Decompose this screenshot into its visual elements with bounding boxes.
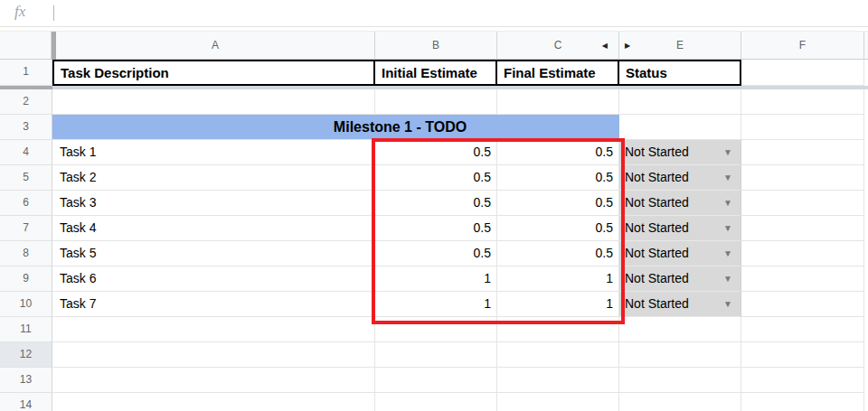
cell-status-header[interactable]: Status — [618, 60, 741, 86]
column-header-f[interactable]: F — [741, 32, 864, 60]
cell-empty[interactable] — [497, 368, 619, 393]
cell-task-name[interactable]: Task 1 — [52, 140, 375, 165]
cell-task-name[interactable]: Task 3 — [52, 191, 375, 216]
dropdown-arrow-icon[interactable]: ▼ — [723, 266, 732, 291]
dropdown-arrow-icon[interactable]: ▼ — [723, 140, 732, 164]
cell-empty[interactable] — [741, 89, 864, 115]
cell-empty[interactable] — [741, 216, 864, 241]
dropdown-arrow-icon[interactable]: ▼ — [723, 165, 732, 190]
cell-initial-estimate-header[interactable]: Initial Estimate — [373, 60, 497, 86]
column-header-c[interactable]: C ◀ — [497, 32, 619, 60]
cell-final-estimate-header[interactable]: Final Estimate — [495, 60, 619, 86]
row-header-3[interactable]: 3 — [0, 115, 52, 140]
cell-empty[interactable] — [52, 368, 375, 393]
cell-empty[interactable] — [52, 89, 375, 115]
cell-empty[interactable] — [619, 393, 741, 411]
cell-final-estimate[interactable]: 0.5 — [497, 241, 619, 266]
row-header-12[interactable]: 12 — [0, 342, 52, 368]
cell-status-dropdown[interactable]: Not Started ▼ — [619, 266, 741, 292]
cell-final-estimate[interactable]: 1 — [497, 292, 619, 317]
cell-empty[interactable] — [741, 393, 864, 411]
row-header-14[interactable]: 14 — [0, 393, 52, 411]
cell-status-dropdown[interactable]: Not Started ▼ — [619, 165, 741, 191]
select-all-corner[interactable] — [0, 32, 52, 60]
cell-status-dropdown[interactable]: Not Started ▼ — [619, 140, 741, 165]
cell-empty[interactable] — [497, 393, 619, 411]
cell-final-estimate[interactable]: 0.5 — [497, 140, 619, 165]
row-header-5[interactable]: 5 — [0, 165, 52, 191]
cell-empty[interactable] — [497, 342, 619, 368]
cell-status-dropdown[interactable]: Not Started ▼ — [619, 292, 741, 317]
cell-initial-estimate[interactable]: 1 — [375, 292, 497, 317]
dropdown-arrow-icon[interactable]: ▼ — [723, 241, 732, 266]
row-header-4[interactable]: 4 — [0, 140, 52, 165]
cell-empty[interactable] — [741, 165, 864, 191]
cell-status-dropdown[interactable]: Not Started ▼ — [619, 241, 741, 266]
cell-empty[interactable] — [619, 89, 741, 115]
row-header-6[interactable]: 6 — [0, 191, 52, 216]
cell-empty[interactable] — [741, 342, 864, 368]
cell-task-name[interactable]: Task 5 — [52, 241, 375, 266]
cell-empty[interactable] — [497, 89, 619, 115]
cell-initial-estimate[interactable]: 0.5 — [375, 241, 497, 266]
cell-empty[interactable] — [52, 393, 375, 411]
cell-task-name[interactable]: Task 6 — [52, 266, 375, 292]
column-header-b[interactable]: B — [375, 32, 497, 60]
cell-empty[interactable] — [741, 317, 864, 342]
cell-empty[interactable] — [52, 342, 375, 368]
row-header-13[interactable]: 13 — [0, 368, 52, 393]
column-header-e[interactable]: ▶ E — [619, 32, 741, 60]
cell-task-name[interactable]: Task 7 — [52, 292, 375, 317]
row-header-1[interactable]: 1 — [0, 60, 52, 86]
cell-empty[interactable] — [375, 342, 497, 368]
cell-empty[interactable] — [741, 115, 864, 140]
dropdown-arrow-icon[interactable]: ▼ — [723, 216, 732, 240]
cell-empty[interactable] — [619, 115, 741, 140]
cell-empty[interactable] — [52, 317, 375, 342]
row-header-10[interactable]: 10 — [0, 292, 52, 317]
cell-empty[interactable] — [741, 60, 864, 86]
row-header-11[interactable]: 11 — [0, 317, 52, 342]
cell-empty[interactable] — [741, 368, 864, 393]
dropdown-arrow-icon[interactable]: ▼ — [723, 292, 732, 316]
cell-empty[interactable] — [741, 241, 864, 266]
cell-milestone-title[interactable]: Milestone 1 - TODO — [52, 115, 619, 140]
cell-empty[interactable] — [619, 368, 741, 393]
cell-task-name[interactable]: Task 2 — [52, 165, 375, 191]
cell-initial-estimate[interactable]: 0.5 — [375, 140, 497, 165]
cell-empty[interactable] — [741, 292, 864, 317]
cell-initial-estimate[interactable]: 0.5 — [375, 216, 497, 241]
unhide-column-left-icon[interactable]: ◀ — [602, 32, 608, 60]
cell-empty[interactable] — [497, 317, 619, 342]
cell-empty[interactable] — [741, 191, 864, 216]
cell-empty[interactable] — [375, 393, 497, 411]
cell-status-dropdown[interactable]: Not Started ▼ — [619, 191, 741, 216]
cell-final-estimate[interactable]: 0.5 — [497, 191, 619, 216]
cell-task-name[interactable]: Task 4 — [52, 216, 375, 241]
formula-bar[interactable]: fx — [0, 0, 868, 27]
cell-empty[interactable] — [375, 89, 497, 115]
grid-filler — [864, 115, 868, 140]
cell-empty[interactable] — [741, 140, 864, 165]
column-header-a[interactable]: A — [56, 32, 375, 60]
cell-empty[interactable] — [741, 266, 864, 292]
row-header-7[interactable]: 7 — [0, 216, 52, 241]
cell-final-estimate[interactable]: 0.5 — [497, 165, 619, 191]
dropdown-arrow-icon[interactable]: ▼ — [723, 191, 732, 215]
cell-final-estimate[interactable]: 1 — [497, 266, 619, 292]
cell-initial-estimate[interactable]: 0.5 — [375, 191, 497, 216]
cell-initial-estimate[interactable]: 1 — [375, 266, 497, 292]
cell-final-estimate[interactable]: 0.5 — [497, 216, 619, 241]
cell-empty[interactable] — [619, 317, 741, 342]
unhide-column-right-icon[interactable]: ▶ — [625, 32, 630, 60]
cell-empty[interactable] — [375, 368, 497, 393]
row-header-9[interactable]: 9 — [0, 266, 52, 292]
row-header-2[interactable]: 2 — [0, 89, 52, 115]
cell-empty[interactable] — [375, 317, 497, 342]
cell-initial-estimate[interactable]: 0.5 — [375, 165, 497, 191]
table-row: 3 Milestone 1 - TODO — [0, 115, 868, 140]
cell-status-dropdown[interactable]: Not Started ▼ — [619, 216, 741, 241]
row-header-8[interactable]: 8 — [0, 241, 52, 266]
cell-empty[interactable] — [619, 342, 741, 368]
cell-task-description-header[interactable]: Task Description — [52, 60, 375, 86]
